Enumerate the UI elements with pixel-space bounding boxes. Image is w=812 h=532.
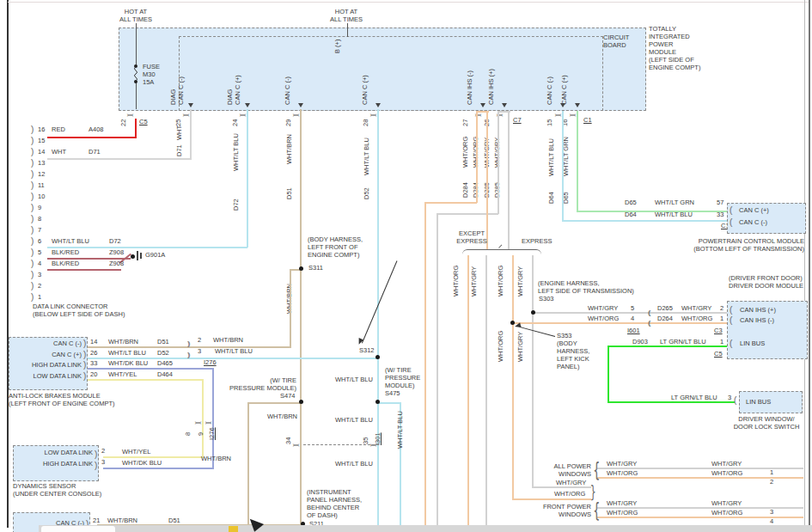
dlc-pin3: 3 [38, 271, 41, 278]
pcm-arc1: ( [730, 206, 732, 215]
pin-num-27: 27 [461, 119, 469, 126]
dlc-pin15-arc: ) [31, 137, 34, 145]
i276-label2: I276 [208, 427, 216, 440]
pcm-name: POWERTRAIN CONTROL MODULE (BOTTOM LEFT O… [687, 237, 804, 253]
hot-label-2: HOT AT ALL TIMES [326, 8, 367, 23]
ws-arc: ( [734, 396, 736, 405]
dlc-pin5: 5 [38, 248, 41, 256]
wire-d65-v [577, 111, 578, 212]
wire-d284a-v2 [424, 202, 426, 526]
pcm-canc-minus: CAN C (-) [739, 218, 767, 226]
dlc-pin4-arc: ) [31, 260, 34, 268]
ihs-row1-color: WHT/GRY [588, 304, 618, 312]
dlc-pin2-arc: ) [31, 282, 34, 290]
dlc-name: DATA LINK CONNECTOR (BELOW LEFT SIDE OF … [33, 303, 125, 318]
abs-break1-icon: )) [187, 340, 188, 347]
ihs-row1-ckt: D265 [657, 304, 673, 312]
pin25-arrow-icon [188, 103, 193, 107]
mid-whtbrn-2: WHT/BRN [201, 455, 231, 462]
pin24-diag: DIAG [226, 89, 234, 105]
dlc-pin7: 7 [38, 226, 41, 234]
d64-ckt: D64 [547, 192, 555, 204]
wire-d464-h [87, 379, 204, 381]
fpw-org-l: WHT/ORG [607, 509, 638, 517]
w28-ckt: D52 [363, 187, 370, 199]
dlc-pin10-arc: ) [31, 193, 34, 201]
bottom-pin21: 21 [93, 517, 100, 524]
abs-arc3: ) [83, 361, 86, 370]
abs-canc-plus: CAN C (+) [12, 351, 82, 358]
wire-d284a-h [425, 202, 477, 204]
wire-d52-s475-h [379, 402, 400, 404]
pin28-arrow-icon [375, 103, 381, 107]
s353-arrow-line [519, 327, 555, 337]
pin15-canc-minus: CAN C (-) [546, 76, 553, 105]
pin16-canc-plus: CAN C (+) [560, 75, 568, 105]
pin28-canc-plus: CAN C (+) [361, 75, 369, 105]
ihs-row2-break-icon: (( [648, 320, 649, 327]
ihs-row2-pin4: 4 [631, 315, 634, 322]
pin24-arrow-icon [245, 103, 250, 107]
top-border [8, 2, 809, 3]
pin25-diag: DIAG [169, 89, 177, 105]
dlc-pin7-arc: ) [31, 226, 34, 235]
exp-gry-rot: WHT/GRY [516, 266, 524, 297]
dlc-pin14-arc: ) [31, 148, 34, 156]
wire-abs-canc-minus [87, 346, 291, 348]
dlc-pin15: 15 [38, 137, 45, 144]
w25-ckt: D71 [175, 144, 183, 156]
exc-org-rot: WHT/ORG [452, 266, 460, 297]
wire-d464-h2 [103, 456, 204, 458]
abs-d51: D51 [157, 338, 169, 345]
dlc-pin13-arc: ) [31, 159, 34, 168]
wire-d72-v [247, 109, 248, 248]
wire-d52-v [377, 109, 379, 526]
right-border-inner [809, 0, 810, 527]
wire-d51-s474-h [247, 402, 302, 404]
s311-note: (BODY HARNESS, LEFT FRONT OF ENGINE COMP… [308, 235, 363, 259]
wire-d284b-v1 [486, 111, 488, 249]
tipm-label: TOTALLY INTEGRATED POWER MODULE (LEFT SI… [649, 25, 700, 71]
wire-d284a-v1 [476, 111, 478, 203]
abs-d465: D465 [157, 359, 173, 367]
all-power-label: ALL POWER WINDOWS [548, 462, 591, 478]
i301-pin35: 35 [362, 437, 369, 444]
abs-whtltblu2: WHT/LT BLU [215, 347, 253, 355]
abs-pin14: 14 [90, 338, 97, 345]
pcm-pin33: 33 [717, 211, 723, 218]
s312-arrowhead-icon [357, 338, 363, 345]
dlc-pin6-arc: ) [31, 237, 34, 246]
pin29-canc-minus: CAN C (-) [284, 76, 291, 105]
wire-d285a-h [437, 213, 498, 215]
circuit-board-label: CIRCUIT BOARD [603, 34, 629, 49]
s211-note: (INSTRUMENT PANEL HARNESS, BEHIND CENTER… [307, 488, 362, 519]
lin-row-color: LT GRN/LT BLU [660, 338, 706, 345]
abs-canc-minus: CAN C (-) [12, 339, 82, 347]
apw-gry-l: WHT/GRY [607, 460, 637, 468]
w29-ckt: D51 [285, 187, 293, 199]
door-linbus: LIN BUS [740, 339, 765, 347]
pin25-canc-minus: CAN C (-) [177, 76, 185, 105]
ihs-row2-color2: WHT/ORG [681, 315, 712, 322]
door-canihs-minus: CAN IHS (-) [740, 316, 774, 324]
ihs-row1-pin2: 2 [720, 304, 723, 312]
dlc-pin9-arc: ) [31, 204, 34, 212]
exp-org-rot2: WHT/ORG [497, 331, 504, 362]
pin-num-29: 29 [284, 119, 292, 126]
break-c5-icon: )( [127, 113, 134, 114]
wire-z908-pin4 [47, 269, 121, 271]
dlc-pin11: 11 [38, 181, 45, 189]
fuse-icon [131, 64, 142, 84]
s353-arrowhead-icon [514, 322, 521, 329]
break-24-icon: )( [240, 113, 247, 114]
ws-color: LT GRN/LT BLU [671, 394, 717, 401]
pin-num-24: 24 [231, 119, 239, 126]
fpw-gry-r: WHT/GRY [711, 499, 742, 507]
lin-row-ckt: D903 [632, 338, 648, 345]
pcm-d64: D64 [625, 211, 637, 218]
c3-label: C3 [714, 327, 723, 334]
w28-color: WHT/LT BLU [363, 138, 370, 175]
wire-d285b-v1 [508, 111, 510, 249]
wire-d903-h [607, 345, 727, 347]
dlc-pin16-arc: ) [31, 125, 34, 134]
